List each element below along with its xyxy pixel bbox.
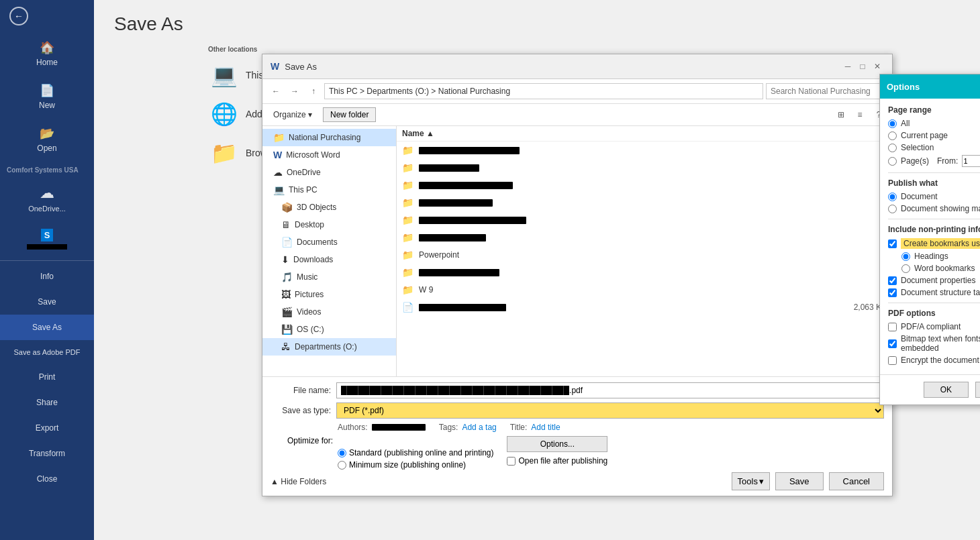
dialog-close-btn[interactable]: ✕ xyxy=(871,60,884,73)
tree-item-pictures[interactable]: 🖼 Pictures xyxy=(262,286,396,303)
ok-button[interactable]: OK xyxy=(924,382,969,398)
list-item[interactable]: 📁 xyxy=(397,194,892,211)
sidebar-item-close[interactable]: Close xyxy=(0,466,94,492)
view-toggle-btn[interactable]: ⊞ xyxy=(833,107,849,123)
document-markup-radio[interactable] xyxy=(888,205,897,213)
tree-item-microsoft-word[interactable]: W Microsoft Word xyxy=(262,146,396,164)
dialog-maximize-btn[interactable]: □ xyxy=(856,60,869,73)
options-footer: OK Cancel xyxy=(880,374,980,404)
options-cancel-button[interactable]: Cancel xyxy=(975,382,980,398)
all-radio[interactable] xyxy=(888,119,897,128)
headings-radio[interactable] xyxy=(901,252,910,261)
tree-item-onedrive[interactable]: ☁ OneDrive xyxy=(262,164,396,181)
sidebar-item-home[interactable]: 🏠 Home xyxy=(0,32,94,75)
add-place-icon: 🌐 xyxy=(211,101,238,127)
standard-radio[interactable] xyxy=(338,449,346,457)
tools-btn[interactable]: Tools ▾ xyxy=(732,472,770,490)
save-button[interactable]: Save xyxy=(775,472,824,490)
list-item[interactable]: 📁 xyxy=(397,142,892,159)
sidebar-item-share[interactable]: Share xyxy=(0,390,94,415)
sidebar-onedrive-label: OneDrive... xyxy=(28,205,66,213)
list-item-powerpoint[interactable]: 📁 Powerpoint xyxy=(397,246,892,264)
encrypt-checkbox[interactable] xyxy=(888,356,897,365)
list-item[interactable]: 📁 xyxy=(397,229,892,246)
list-item[interactable]: 📁 xyxy=(397,211,892,229)
tree-item-music[interactable]: 🎵 Music xyxy=(262,268,396,286)
doc-properties-checkbox[interactable] xyxy=(888,276,897,285)
list-item[interactable]: 📁 xyxy=(397,176,892,194)
sidebar-item-open[interactable]: 📂 Open xyxy=(0,118,94,161)
tree-item-desktop[interactable]: 🖥 Desktop xyxy=(262,216,396,233)
list-item[interactable]: 📁 xyxy=(397,264,892,281)
minimum-radio[interactable] xyxy=(338,461,346,470)
tree-item-3d-objects[interactable]: 📦 3D Objects xyxy=(262,199,396,216)
sidebar-close-label: Close xyxy=(37,474,58,484)
list-item[interactable]: 📁 xyxy=(397,159,892,176)
tree-item-videos[interactable]: 🎬 Videos xyxy=(262,303,396,321)
dialog-body: 📁 National Purchasing W Microsoft Word ☁… xyxy=(262,126,892,376)
sidebar-item-transform[interactable]: Transform xyxy=(0,441,94,466)
folder-icon: 📁 xyxy=(402,232,413,243)
view-details-btn[interactable]: ≡ xyxy=(852,107,868,123)
word-bookmarks-radio[interactable] xyxy=(901,264,910,273)
filetype-select[interactable]: PDF (*.pdf) xyxy=(336,402,884,419)
pages-radio-row: Page(s) From: To: xyxy=(888,155,980,167)
encrypt-label: Encrypt the document with a password xyxy=(901,356,980,365)
tree-item-downloads[interactable]: ⬇ Downloads xyxy=(262,251,396,268)
create-bookmarks-checkbox[interactable] xyxy=(888,239,897,248)
nav-back-btn[interactable]: ← xyxy=(268,83,284,99)
sidebar-item-export[interactable]: Export xyxy=(0,415,94,441)
pages-radio[interactable] xyxy=(888,157,897,166)
sidebar-save-as-label: Save As xyxy=(32,323,62,332)
sidebar-item-save-as[interactable]: Save As xyxy=(0,315,94,340)
nav-up-btn[interactable]: ↑ xyxy=(305,83,322,99)
headings-radio-row: Headings xyxy=(888,252,980,261)
filename-input[interactable] xyxy=(336,382,884,398)
list-item-w9[interactable]: 📁 W 9 xyxy=(397,281,892,299)
sidebar-item-info[interactable]: Info xyxy=(0,264,94,289)
open-after-publishing-checkbox[interactable] xyxy=(507,457,516,466)
hide-folders-btn[interactable]: ▲ Hide Folders xyxy=(271,477,326,486)
filename xyxy=(419,199,493,207)
sidebar: ← 🏠 Home 📄 New 📂 Open Comfort Systems US… xyxy=(0,0,94,540)
open-after-publishing-label: Open file after publishing xyxy=(518,456,607,466)
tree-item-departments[interactable]: 🖧 Departments (O:) xyxy=(262,338,396,356)
bitmap-checkbox[interactable] xyxy=(888,339,897,348)
doc-structure-checkbox[interactable] xyxy=(888,288,897,297)
from-input[interactable] xyxy=(962,155,980,167)
sidebar-item-print[interactable]: Print xyxy=(0,364,94,390)
account-label: Comfort Systems USA xyxy=(0,161,94,176)
cancel-button[interactable]: Cancel xyxy=(829,472,884,490)
search-input[interactable] xyxy=(766,83,887,99)
breadcrumb[interactable]: This PC > Departments (O:) > National Pu… xyxy=(324,83,763,99)
sidebar-item-onedrive[interactable]: ☁ OneDrive... xyxy=(0,176,94,221)
list-item-pdf[interactable]: 📄 2,063 KB xyxy=(397,299,892,316)
dialog-minimize-btn[interactable]: ─ xyxy=(841,60,854,73)
document-radio[interactable] xyxy=(888,193,897,201)
title-value[interactable]: Add title xyxy=(531,423,560,432)
pdfa-checkbox[interactable] xyxy=(888,323,897,331)
sidebar-item-new[interactable]: 📄 New xyxy=(0,75,94,118)
sidebar-item-save[interactable]: Save xyxy=(0,289,94,315)
nav-forward-btn[interactable]: → xyxy=(287,83,303,99)
tree-item-national-purchasing[interactable]: 📁 National Purchasing xyxy=(262,129,396,146)
pc-icon: 💻 xyxy=(273,184,285,195)
selection-radio[interactable] xyxy=(888,144,897,152)
desktop-icon: 🖥 xyxy=(281,219,291,230)
minimum-label: Minimum size (publishing online) xyxy=(349,460,466,470)
organize-btn[interactable]: Organize ▾ xyxy=(268,108,317,121)
back-button[interactable]: ← xyxy=(0,0,94,32)
sidebar-item-save-adobe[interactable]: Save as Adobe PDF xyxy=(0,340,94,364)
current-page-radio[interactable] xyxy=(888,131,897,140)
new-folder-btn[interactable]: New folder xyxy=(323,107,376,122)
tree-item-this-pc[interactable]: 💻 This PC xyxy=(262,181,396,199)
pictures-icon: 🖼 xyxy=(281,289,291,300)
options-button[interactable]: Options... xyxy=(507,436,607,452)
authors-label: Authors: xyxy=(338,423,368,432)
files-header[interactable]: Name ▲ xyxy=(397,126,892,142)
options-titlebar: Options ? ✕ xyxy=(880,74,980,99)
tree-item-os-c[interactable]: 💾 OS (C:) xyxy=(262,321,396,338)
tags-value[interactable]: Add a tag xyxy=(462,423,496,432)
tree-item-documents[interactable]: 📄 Documents xyxy=(262,233,396,251)
sidebar-item-sharepoint[interactable]: S xyxy=(0,221,94,258)
